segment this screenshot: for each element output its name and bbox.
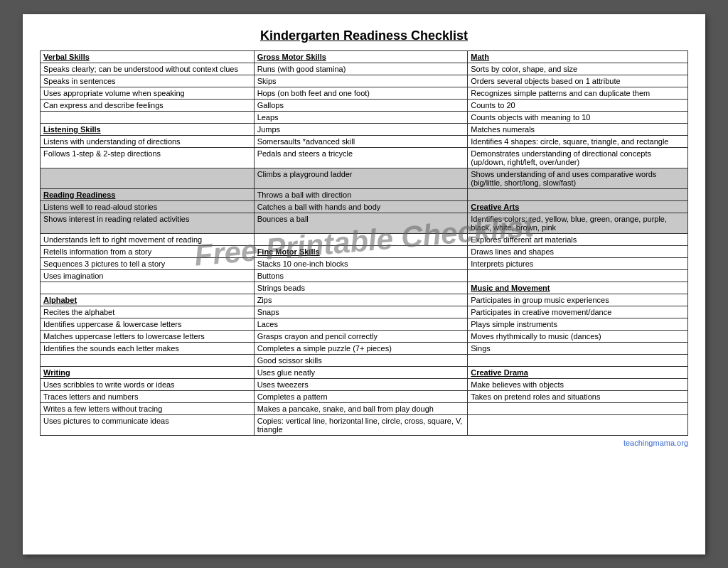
table-cell: Follows 1-step & 2-step directions xyxy=(41,147,255,168)
table-cell: Climbs a playground ladder xyxy=(254,168,468,188)
table-cell: Throws a ball with direction xyxy=(254,188,468,200)
table-cell xyxy=(41,168,255,188)
table-cell: Uses tweezers xyxy=(254,378,468,390)
table-cell: Speaks clearly; can be understood withou… xyxy=(41,63,255,75)
table-cell: Matches uppercase letters to lowercase l… xyxy=(41,330,255,342)
table-cell: Retells information from a story xyxy=(41,245,255,257)
table-cell: Sequences 3 pictures to tell a story xyxy=(41,257,255,269)
table-cell: Listens well to read-aloud stories xyxy=(41,200,255,213)
table-cell: Matches numerals xyxy=(468,123,688,135)
table-cell: Fine Motor Skills xyxy=(254,245,468,257)
table-cell: Pedals and steers a tricycle xyxy=(254,147,468,168)
table-cell: Stacks 10 one-inch blocks xyxy=(254,257,468,269)
table-cell: Uses pictures to communicate ideas xyxy=(41,414,255,435)
table-cell: Identifies colors: red, yellow, blue, gr… xyxy=(468,213,688,233)
table-cell: Identifies the sounds each letter makes xyxy=(41,342,255,354)
table-cell xyxy=(468,414,688,435)
table-cell xyxy=(468,354,688,366)
table-cell: Completes a simple puzzle (7+ pieces) xyxy=(254,342,468,354)
table-cell: Understands left to right movement of re… xyxy=(41,233,255,245)
table-cell: Leaps xyxy=(254,111,468,123)
table-cell: Runs (with good stamina) xyxy=(254,63,468,75)
table-cell: Jumps xyxy=(254,123,468,135)
table-cell: Shows understanding of and uses comparat… xyxy=(468,168,688,188)
table-cell: Recites the alphabet xyxy=(41,306,255,318)
table-cell xyxy=(468,269,688,282)
table-cell xyxy=(468,402,688,414)
table-cell: Make believes with objects xyxy=(468,378,688,390)
table-cell: Makes a pancake, snake, and ball from pl… xyxy=(254,402,468,414)
header-math: Math xyxy=(468,50,688,63)
table-cell: Sorts by color, shape, and size xyxy=(468,63,688,75)
table-cell: Counts objects with meaning to 10 xyxy=(468,111,688,123)
table-cell: Buttons xyxy=(254,269,468,282)
table-cell xyxy=(41,111,255,123)
table-cell: Listens with understanding of directions xyxy=(41,135,255,147)
checklist-table: Verbal Skills Gross Motor Skills Math Sp… xyxy=(40,50,688,436)
table-cell: Sings xyxy=(468,342,688,354)
table-cell: Music and Movement xyxy=(468,282,688,294)
table-cell: Completes a pattern xyxy=(254,390,468,402)
table-cell: Takes on pretend roles and situations xyxy=(468,390,688,402)
table-cell: Explores different art materials xyxy=(468,233,688,245)
table-cell: Identifies uppercase & lowercase letters xyxy=(41,318,255,330)
table-cell: Participates in creative movement/dance xyxy=(468,306,688,318)
table-cell: Writes a few letters without tracing xyxy=(41,402,255,414)
table-cell xyxy=(41,282,255,294)
header-gross-motor: Gross Motor Skills xyxy=(254,50,468,63)
table-cell: Reading Readiness xyxy=(41,188,255,200)
table-cell xyxy=(468,188,688,200)
table-cell: Orders several objects based on 1 attrib… xyxy=(468,75,688,87)
table-cell xyxy=(41,354,255,366)
table-cell: Draws lines and shapes xyxy=(468,245,688,257)
table-cell: Demonstrates understanding of directiona… xyxy=(468,147,688,168)
table-cell: Participates in group music experiences xyxy=(468,294,688,306)
table-cell: Identifies 4 shapes: circle, square, tri… xyxy=(468,135,688,147)
table-cell: Grasps crayon and pencil correctly xyxy=(254,330,468,342)
table-cell: Creative Drama xyxy=(468,366,688,378)
table-cell: Can express and describe feelings xyxy=(41,99,255,111)
page: Kindergarten Readiness Checklist Free Pr… xyxy=(23,14,705,554)
table-cell: Strings beads xyxy=(254,282,468,294)
table-cell: Good scissor skills xyxy=(254,354,468,366)
header-verbal-skills: Verbal Skills xyxy=(41,50,255,63)
table-cell: Uses glue neatly xyxy=(254,366,468,378)
attribution: teachingmama.org xyxy=(40,439,688,447)
table-cell xyxy=(254,233,468,245)
table-cell: Writing xyxy=(41,366,255,378)
table-cell: Uses appropriate volume when speaking xyxy=(41,87,255,99)
table-cell: Counts to 20 xyxy=(468,99,688,111)
table-cell: Bounces a ball xyxy=(254,213,468,233)
table-cell: Shows interest in reading related activi… xyxy=(41,213,255,233)
table-cell: Snaps xyxy=(254,306,468,318)
table-cell: Copies: vertical line, horizontal line, … xyxy=(254,414,468,435)
table-cell: Hops (on both feet and one foot) xyxy=(254,87,468,99)
table-cell: Somersaults *advanced skill xyxy=(254,135,468,147)
table-cell: Moves rhythmically to music (dances) xyxy=(468,330,688,342)
table-cell: Recognizes simple patterns and can dupli… xyxy=(468,87,688,99)
table-cell: Zips xyxy=(254,294,468,306)
table-cell: Uses scribbles to write words or ideas xyxy=(41,378,255,390)
table-cell: Creative Arts xyxy=(468,200,688,213)
table-cell: Catches a ball with hands and body xyxy=(254,200,468,213)
table-cell: Skips xyxy=(254,75,468,87)
table-cell: Gallops xyxy=(254,99,468,111)
table-cell: Laces xyxy=(254,318,468,330)
table-cell: Listening Skills xyxy=(41,123,255,135)
table-cell: Interprets pictures xyxy=(468,257,688,269)
table-cell: Uses imagination xyxy=(41,269,255,282)
table-cell: Speaks in sentences xyxy=(41,75,255,87)
table-cell: Alphabet xyxy=(41,294,255,306)
page-title: Kindergarten Readiness Checklist xyxy=(40,28,688,43)
table-cell: Traces letters and numbers xyxy=(41,390,255,402)
table-cell: Plays simple instruments xyxy=(468,318,688,330)
